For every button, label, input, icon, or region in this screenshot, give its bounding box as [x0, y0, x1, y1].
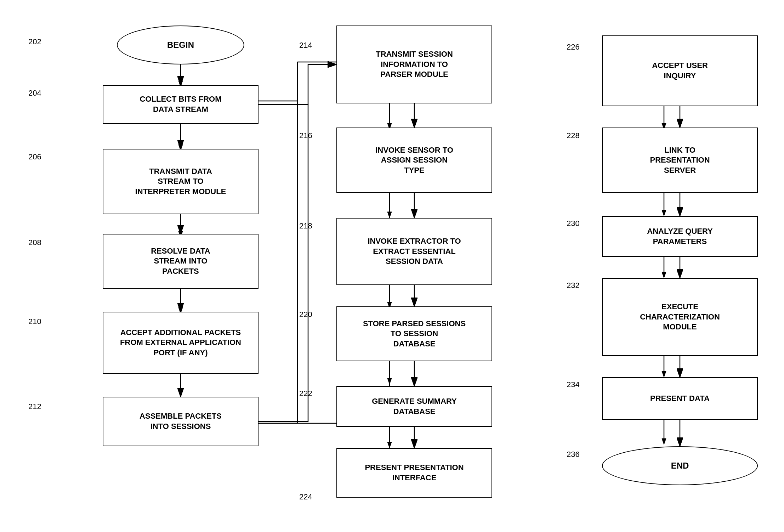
- label-226: 226: [567, 43, 580, 52]
- transmit-data-stream-label: TRANSMIT DATA STREAM TO INTERPRETER MODU…: [135, 166, 226, 197]
- end-label: END: [671, 461, 689, 471]
- link-to-presentation-server-box: LINK TO PRESENTATION SERVER: [602, 128, 758, 193]
- invoke-sensor-box: INVOKE SENSOR TO ASSIGN SESSION TYPE: [336, 128, 492, 193]
- assemble-packets-box: ASSEMBLE PACKETS INTO SESSIONS: [103, 397, 259, 446]
- link-to-presentation-server-label: LINK TO PRESENTATION SERVER: [650, 145, 710, 176]
- label-222: 222: [299, 389, 312, 398]
- transmit-session-info-box: TRANSMIT SESSION INFORMATION TO PARSER M…: [336, 26, 492, 103]
- label-214: 214: [299, 41, 312, 50]
- label-220: 220: [299, 310, 312, 319]
- execute-characterization-label: EXECUTE CHARACTERIZATION MODULE: [640, 302, 720, 332]
- accept-user-inquiry-box: ACCEPT USER INQUIRY: [602, 35, 758, 106]
- label-236: 236: [567, 450, 580, 459]
- label-216: 216: [299, 131, 312, 140]
- label-230: 230: [567, 219, 580, 228]
- svg-marker-9: [178, 391, 183, 397]
- accept-additional-packets-box: ACCEPT ADDITIONAL PACKETS FROM EXTERNAL …: [103, 312, 259, 374]
- accept-user-inquiry-label: ACCEPT USER INQUIRY: [652, 61, 708, 81]
- label-232: 232: [567, 281, 580, 290]
- label-224: 224: [299, 492, 312, 502]
- collect-bits-box: COLLECT BITS FROM DATA STREAM: [103, 85, 259, 124]
- store-parsed-sessions-box: STORE PARSED SESSIONS TO SESSION DATABAS…: [336, 306, 492, 361]
- label-208: 208: [28, 238, 41, 247]
- label-218: 218: [299, 221, 312, 231]
- analyze-query-label: ANALYZE QUERY PARAMETERS: [647, 226, 712, 247]
- end-node: END: [602, 446, 758, 485]
- svg-marker-13: [387, 212, 392, 218]
- svg-marker-17: [387, 378, 392, 384]
- execute-characterization-box: EXECUTE CHARACTERIZATION MODULE: [602, 278, 758, 356]
- transmit-session-info-label: TRANSMIT SESSION INFORMATION TO PARSER M…: [376, 49, 453, 80]
- invoke-sensor-label: INVOKE SENSOR TO ASSIGN SESSION TYPE: [375, 145, 453, 176]
- begin-label: BEGIN: [167, 40, 194, 50]
- label-234: 234: [567, 380, 580, 389]
- invoke-extractor-label: INVOKE EXTRACTOR TO EXTRACT ESSENTIAL SE…: [368, 236, 461, 267]
- svg-marker-29: [662, 438, 666, 445]
- label-212: 212: [28, 402, 41, 411]
- resolve-data-stream-label: RESOLVE DATA STREAM INTO PACKETS: [151, 246, 210, 277]
- analyze-query-box: ANALYZE QUERY PARAMETERS: [602, 216, 758, 257]
- label-228: 228: [567, 131, 580, 140]
- collect-bits-label: COLLECT BITS FROM DATA STREAM: [140, 94, 222, 114]
- svg-marker-19: [387, 442, 392, 448]
- flowchart-diagram: 202 BEGIN 204 COLLECT BITS FROM DATA STR…: [0, 0, 784, 532]
- present-presentation-box: PRESENT PRESENTATION INTERFACE: [336, 448, 492, 498]
- label-210: 210: [28, 317, 41, 326]
- svg-marker-25: [662, 272, 666, 278]
- accept-additional-packets-label: ACCEPT ADDITIONAL PACKETS FROM EXTERNAL …: [120, 328, 241, 358]
- generate-summary-label: GENERATE SUMMARY DATABASE: [372, 396, 457, 417]
- invoke-extractor-box: INVOKE EXTRACTOR TO EXTRACT ESSENTIAL SE…: [336, 218, 492, 285]
- present-presentation-label: PRESENT PRESENTATION INTERFACE: [365, 463, 464, 483]
- label-206: 206: [28, 152, 41, 162]
- resolve-data-stream-box: RESOLVE DATA STREAM INTO PACKETS: [103, 234, 259, 289]
- svg-marker-23: [662, 210, 666, 216]
- store-parsed-sessions-label: STORE PARSED SESSIONS TO SESSION DATABAS…: [363, 319, 466, 349]
- transmit-data-stream-box: TRANSMIT DATA STREAM TO INTERPRETER MODU…: [103, 149, 259, 214]
- assemble-packets-label: ASSEMBLE PACKETS INTO SESSIONS: [140, 411, 222, 431]
- label-204: 204: [28, 89, 41, 98]
- svg-marker-27: [662, 371, 666, 377]
- label-202: 202: [28, 37, 41, 46]
- generate-summary-box: GENERATE SUMMARY DATABASE: [336, 386, 492, 427]
- present-data-label: PRESENT DATA: [650, 394, 710, 404]
- begin-node: BEGIN: [117, 26, 244, 64]
- present-data-box: PRESENT DATA: [602, 377, 758, 420]
